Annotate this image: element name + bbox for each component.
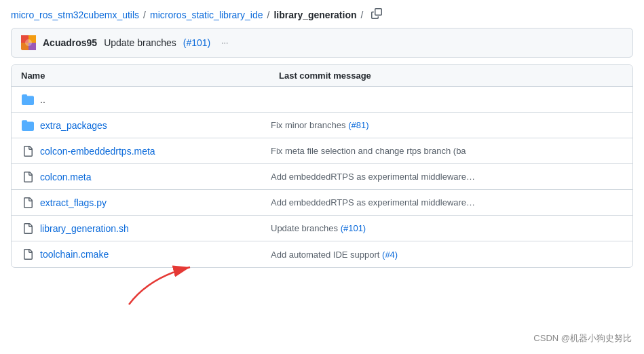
table-row: extract_flags.py Add embeddedRTPS as exp… bbox=[12, 190, 632, 216]
commit-msg-toolchain: Add automated IDE support (#4) bbox=[271, 250, 623, 260]
table-row: colcon-embeddedrtps.meta Fix meta file s… bbox=[12, 138, 632, 164]
file-name-colcon-meta2[interactable]: colcon.meta bbox=[40, 172, 271, 182]
folder-icon bbox=[21, 119, 35, 132]
commit-link-101[interactable]: (#101) bbox=[341, 223, 366, 233]
breadcrumb-link-root[interactable]: micro_ros_stm32cubemx_utils bbox=[11, 9, 139, 20]
commit-bar: Acuadros95 Update branches (#101) ··· bbox=[11, 28, 633, 58]
breadcrumb: micro_ros_stm32cubemx_utils / microros_s… bbox=[0, 0, 644, 28]
breadcrumb-sep-1: / bbox=[143, 9, 146, 20]
commit-link-4[interactable]: (#4) bbox=[382, 250, 398, 260]
table-row: .. bbox=[12, 87, 632, 113]
breadcrumb-sep-3: / bbox=[361, 9, 364, 20]
commit-msg-extract-flags: Add embeddedRTPS as experimental middlew… bbox=[271, 197, 623, 208]
watermark: CSDN @机器小狗史努比 bbox=[533, 332, 632, 345]
commit-message: Update branches bbox=[104, 37, 176, 48]
svg-point-4 bbox=[25, 39, 32, 46]
table-row: colcon.meta Add embeddedRTPS as experime… bbox=[12, 164, 632, 190]
copy-path-icon[interactable] bbox=[371, 8, 382, 21]
table-row-library-generation: library_generation.sh Update branches (#… bbox=[12, 216, 632, 241]
file-doc-icon bbox=[21, 170, 35, 184]
avatar bbox=[21, 35, 36, 50]
breadcrumb-current: library_generation bbox=[273, 9, 356, 20]
file-name-library-gen[interactable]: library_generation.sh bbox=[40, 223, 271, 234]
col-commit-header: Last commit message bbox=[279, 71, 623, 81]
table-row: toolchain.cmake Add automated IDE suppor… bbox=[12, 241, 632, 267]
commit-username[interactable]: Acuadros95 bbox=[43, 37, 97, 48]
file-doc-icon bbox=[21, 248, 35, 261]
col-name-header: Name bbox=[21, 71, 279, 81]
table-row: extra_packages Fix minor branches (#81) bbox=[12, 113, 632, 138]
breadcrumb-sep-2: / bbox=[267, 9, 269, 20]
file-name-toolchain[interactable]: toolchain.cmake bbox=[40, 249, 271, 260]
file-table: Name Last commit message .. extra_packag… bbox=[11, 64, 633, 268]
file-doc-icon bbox=[21, 222, 35, 235]
page-wrapper: micro_ros_stm32cubemx_utils / microros_s… bbox=[0, 0, 644, 354]
commit-msg-extra-packages: Fix minor branches (#81) bbox=[271, 120, 623, 130]
commit-msg-library-gen: Update branches (#101) bbox=[271, 223, 623, 233]
commit-dots[interactable]: ··· bbox=[221, 38, 228, 47]
file-name-colcon-meta[interactable]: colcon-embeddedrtps.meta bbox=[40, 146, 271, 157]
commit-pr-link[interactable]: (#101) bbox=[183, 37, 210, 48]
commit-msg-colcon-meta: Fix meta file selection and change rtps … bbox=[271, 146, 623, 156]
commit-link-81[interactable]: (#81) bbox=[348, 120, 368, 130]
file-name-extra-packages[interactable]: extra_packages bbox=[40, 120, 271, 131]
breadcrumb-link-mid[interactable]: microros_static_library_ide bbox=[150, 9, 263, 20]
commit-msg-colcon-meta2: Add embeddedRTPS as experimental middlew… bbox=[271, 172, 623, 182]
folder-icon bbox=[21, 93, 35, 106]
table-header: Name Last commit message bbox=[12, 65, 632, 87]
file-name-extract-flags[interactable]: extract_flags.py bbox=[40, 197, 271, 208]
file-doc-icon bbox=[21, 196, 35, 210]
file-doc-icon bbox=[21, 144, 35, 158]
file-name-dotdot[interactable]: .. bbox=[40, 94, 271, 105]
